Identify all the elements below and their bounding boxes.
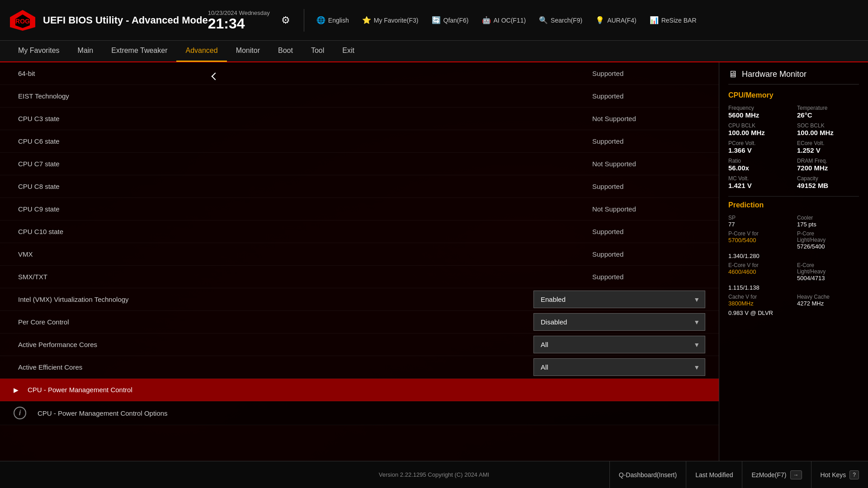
row-cpu-c3[interactable]: CPU C3 state Not Supported — [0, 108, 719, 130]
temperature-item: Temperature 26°C — [797, 105, 859, 119]
row-active-eff-cores[interactable]: Active Efficient Cores All 123 ▼ — [0, 356, 719, 379]
dram-freq-item: DRAM Freq. 7200 MHz — [797, 158, 859, 172]
pred-row-sp-cooler: SP 77 Cooler 175 pts — [728, 215, 859, 228]
label-per-core-control: Per Core Control — [14, 318, 533, 326]
heavy-cache-label: Heavy Cache — [797, 294, 859, 300]
aura-icon: 💡 — [595, 16, 604, 24]
nav-monitor[interactable]: Monitor — [227, 40, 269, 62]
cooler-label: Cooler — [797, 215, 859, 221]
ecore-volt-value: 1.252 V — [797, 146, 859, 154]
frequency-item: Frequency 5600 MHz — [728, 105, 790, 119]
pred-row-cache-v: Cache V for 3800MHz Heavy Cache 4272 MHz — [728, 294, 859, 307]
prediction-section: Prediction SP 77 Cooler 175 pts P-Core V… — [728, 201, 859, 316]
value-cpu-c3: Not Supported — [592, 115, 705, 122]
row-cpu-c9[interactable]: CPU C9 state Not Supported — [0, 198, 719, 221]
dropdown-active-eff-cores[interactable]: All 123 ▼ — [533, 358, 705, 376]
hw-divider — [728, 196, 859, 197]
ratio-value: 56.00x — [728, 164, 790, 172]
hw-grid-1: Frequency 5600 MHz Temperature 26°C CPU … — [728, 105, 859, 189]
dropdown-per-core-control[interactable]: Disabled Enabled ▼ — [533, 313, 705, 331]
heavy-cache-item: Heavy Cache 4272 MHz — [797, 294, 859, 307]
last-modified-button[interactable]: Last Modified — [686, 461, 742, 488]
select-intel-vmx[interactable]: Enabled Disabled — [533, 291, 705, 308]
nav-main[interactable]: Main — [69, 40, 103, 62]
cache-v-value-item: 0.983 V @ DLVR — [728, 310, 790, 316]
toolbar-english[interactable]: 🌐 English — [311, 13, 354, 27]
cpu-bclk-value: 100.00 MHz — [728, 129, 790, 136]
nav-advanced[interactable]: Advanced — [176, 40, 226, 62]
ecore-v-values-item: 1.115/1.138 — [728, 284, 790, 291]
logo-area: ROG UEFI BIOS Utility - Advanced Mode — [9, 9, 208, 32]
label-smx: SMX/TXT — [14, 273, 592, 281]
label-cpu-c6: CPU C6 state — [14, 137, 592, 145]
settings-icon[interactable]: ⚙ — [281, 14, 290, 26]
pcore-volt-item: PCore Volt. 1.366 V — [728, 140, 790, 154]
footer-right: Q-Dashboard(Insert) Last Modified EzMode… — [579, 461, 868, 488]
toolbar-favorites[interactable]: ⭐ My Favorite(F3) — [357, 13, 424, 27]
toolbar-search[interactable]: 🔍 Search(F9) — [533, 13, 588, 27]
row-64bit[interactable]: 64-bit Supported — [0, 62, 719, 85]
prediction-title: Prediction — [728, 201, 859, 209]
value-vmx: Supported — [592, 250, 705, 258]
select-per-core-control[interactable]: Disabled Enabled — [533, 313, 705, 331]
row-intel-vmx[interactable]: Intel (VMX) Virtualization Technology En… — [0, 288, 719, 311]
search-icon: 🔍 — [539, 16, 548, 24]
soc-bclk-value: 100.00 MHz — [797, 129, 859, 136]
toolbar-aioc[interactable]: 🤖 AI OC(F11) — [476, 13, 532, 27]
cpu-memory-title: CPU/Memory — [728, 91, 859, 99]
row-vmx[interactable]: VMX Supported — [0, 243, 719, 266]
row-active-perf-cores[interactable]: Active Performance Cores All 123 ▼ — [0, 333, 719, 356]
label-active-eff-cores: Active Efficient Cores — [14, 363, 533, 371]
pcore-v-for-item: P-Core V for 5700/5400 — [728, 230, 790, 250]
row-per-core-control[interactable]: Per Core Control Disabled Enabled ▼ — [0, 311, 719, 333]
label-cpu-c7: CPU C7 state — [14, 160, 592, 168]
rog-logo-icon: ROG — [9, 9, 36, 32]
label-vmx: VMX — [14, 250, 592, 258]
ecore-v-for-item: E-Core V for 4600/4600 — [728, 262, 790, 282]
label-eist: EIST Technology — [14, 92, 592, 100]
row-eist[interactable]: EIST Technology Supported — [0, 85, 719, 108]
row-cpu-c10[interactable]: CPU C10 state Supported — [0, 221, 719, 243]
ecore-lh-value: 5004/4713 — [797, 275, 859, 282]
value-cpu-c6: Supported — [592, 137, 705, 145]
ezmode-button[interactable]: EzMode(F7) → — [742, 461, 811, 488]
nav-my-favorites[interactable]: My Favorites — [9, 40, 69, 62]
pred-row-ecore-v2: 1.115/1.138 — [728, 284, 859, 291]
nav-extreme-tweaker[interactable]: Extreme Tweaker — [102, 40, 176, 62]
row-cpu-c7[interactable]: CPU C7 state Not Supported — [0, 153, 719, 175]
dram-freq-label: DRAM Freq. — [797, 158, 859, 164]
nav-exit[interactable]: Exit — [333, 40, 363, 62]
dropdown-intel-vmx[interactable]: Enabled Disabled ▼ — [533, 291, 705, 308]
select-active-eff-cores[interactable]: All 123 — [533, 358, 705, 376]
nav-boot[interactable]: Boot — [269, 40, 302, 62]
qdashboard-button[interactable]: Q-Dashboard(Insert) — [609, 461, 686, 488]
label-cpu-c10: CPU C10 state — [14, 228, 592, 235]
temperature-value: 26°C — [797, 111, 859, 119]
pcore-v-for-label: P-Core V for — [728, 230, 790, 237]
bios-title: UEFI BIOS Utility - Advanced Mode — [43, 14, 208, 26]
cache-v-for-item: Cache V for 3800MHz — [728, 294, 790, 307]
cpu-bclk-item: CPU BCLK 100.00 MHz — [728, 122, 790, 136]
toolbar-resizebar[interactable]: 📊 ReSize BAR — [644, 13, 702, 27]
dropdown-active-perf-cores[interactable]: All 123 ▼ — [533, 336, 705, 353]
toolbar-aura[interactable]: 💡 AURA(F4) — [590, 13, 642, 27]
toolbar-qfan[interactable]: 🔄 Qfan(F6) — [426, 13, 474, 27]
soc-bclk-label: SOC BCLK — [797, 122, 859, 129]
row-cpu-power-mgmt[interactable]: ▶ CPU - Power Management Control — [0, 379, 719, 401]
row-cpu-c6[interactable]: CPU C6 state Supported — [0, 130, 719, 153]
label-cpu-c8: CPU C8 state — [14, 183, 592, 190]
label-active-perf-cores: Active Performance Cores — [14, 341, 533, 348]
hotkeys-question-icon: ? — [849, 470, 859, 479]
hotkeys-button[interactable]: Hot Keys ? — [811, 461, 868, 488]
pcore-v-values: 1.340/1.280 — [728, 253, 790, 259]
row-smx[interactable]: SMX/TXT Supported — [0, 266, 719, 288]
time-display: 21:34 — [208, 16, 245, 31]
ecore-v-for-speeds: 4600/4600 — [728, 268, 790, 275]
ezmode-arrow-icon: → — [790, 470, 802, 479]
mc-volt-label: MC Volt. — [728, 175, 790, 182]
nav-tool[interactable]: Tool — [302, 40, 333, 62]
select-active-perf-cores[interactable]: All 123 — [533, 336, 705, 353]
row-cpu-c8[interactable]: CPU C8 state Supported — [0, 175, 719, 198]
toolbar: 🌐 English ⭐ My Favorite(F3) 🔄 Qfan(F6) 🤖… — [311, 13, 702, 27]
frequency-value: 5600 MHz — [728, 111, 790, 119]
